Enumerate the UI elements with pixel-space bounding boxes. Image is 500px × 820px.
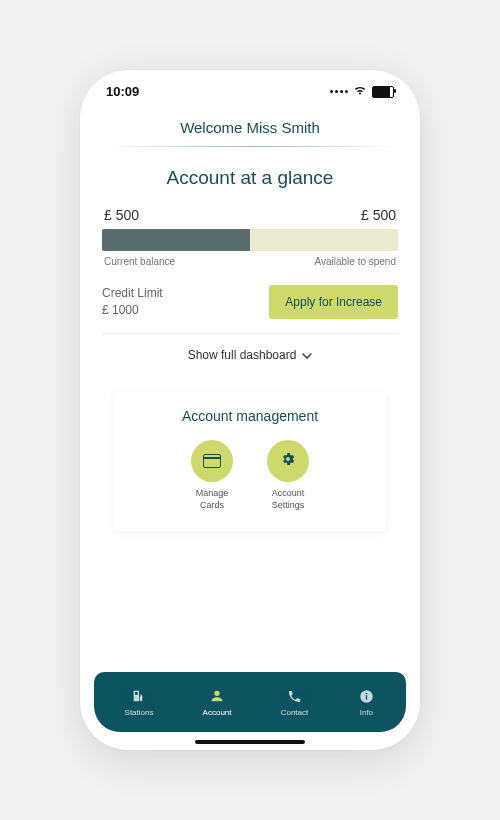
manage-cards-button[interactable]: Manage Cards <box>191 440 233 511</box>
nav-contact[interactable]: Contact <box>281 687 309 717</box>
apply-increase-button[interactable]: Apply for Increase <box>269 285 398 319</box>
manage-cards-label: Manage Cards <box>196 488 229 511</box>
phone-icon <box>285 687 303 705</box>
credit-limit-label: Credit Limit <box>102 286 163 300</box>
balance-label-row: Current balance Available to spend <box>102 251 398 267</box>
gear-icon <box>280 451 296 471</box>
phone-frame: 10:09 Welcome Miss Smith Account at a gl… <box>80 70 420 750</box>
account-settings-label: Account Settings <box>272 488 305 511</box>
nav-stations[interactable]: Stations <box>125 687 154 717</box>
person-icon <box>208 687 226 705</box>
svg-rect-1 <box>366 695 367 699</box>
chevron-down-icon <box>302 348 312 362</box>
nav-label: Info <box>360 708 373 717</box>
wifi-icon <box>353 84 367 99</box>
account-settings-button[interactable]: Account Settings <box>267 440 309 511</box>
status-time: 10:09 <box>106 84 139 99</box>
nav-label: Account <box>203 708 232 717</box>
nav-label: Stations <box>125 708 154 717</box>
available-label: Available to spend <box>314 256 396 267</box>
balance-amount-row: £ 500 £ 500 <box>102 207 398 229</box>
nav-info[interactable]: Info <box>357 687 375 717</box>
welcome-text: Welcome Miss Smith <box>102 109 398 146</box>
nav-label: Contact <box>281 708 309 717</box>
balance-bar-fill <box>102 229 250 251</box>
management-title: Account management <box>126 408 374 424</box>
current-balance-amount: £ 500 <box>104 207 139 223</box>
svg-point-2 <box>366 692 368 694</box>
current-balance-label: Current balance <box>104 256 175 267</box>
bottom-nav: Stations Account Contact Info <box>94 672 406 732</box>
nav-account[interactable]: Account <box>203 687 232 717</box>
show-full-dashboard[interactable]: Show full dashboard <box>102 334 398 376</box>
cellular-icon <box>330 90 348 93</box>
info-icon <box>357 687 375 705</box>
balance-bar <box>102 229 398 251</box>
divider <box>102 146 398 147</box>
notch <box>175 70 325 94</box>
status-indicators <box>330 84 394 99</box>
battery-icon <box>372 86 394 98</box>
account-management-card: Account management Manage Cards <box>114 392 386 531</box>
credit-limit-value: £ 1000 <box>102 303 139 317</box>
fuel-pump-icon <box>130 687 148 705</box>
credit-limit: Credit Limit £ 1000 <box>102 285 163 319</box>
home-indicator[interactable] <box>195 740 305 744</box>
show-full-label: Show full dashboard <box>188 348 297 362</box>
glance-title: Account at a glance <box>102 167 398 189</box>
available-amount: £ 500 <box>361 207 396 223</box>
card-icon <box>203 454 221 468</box>
